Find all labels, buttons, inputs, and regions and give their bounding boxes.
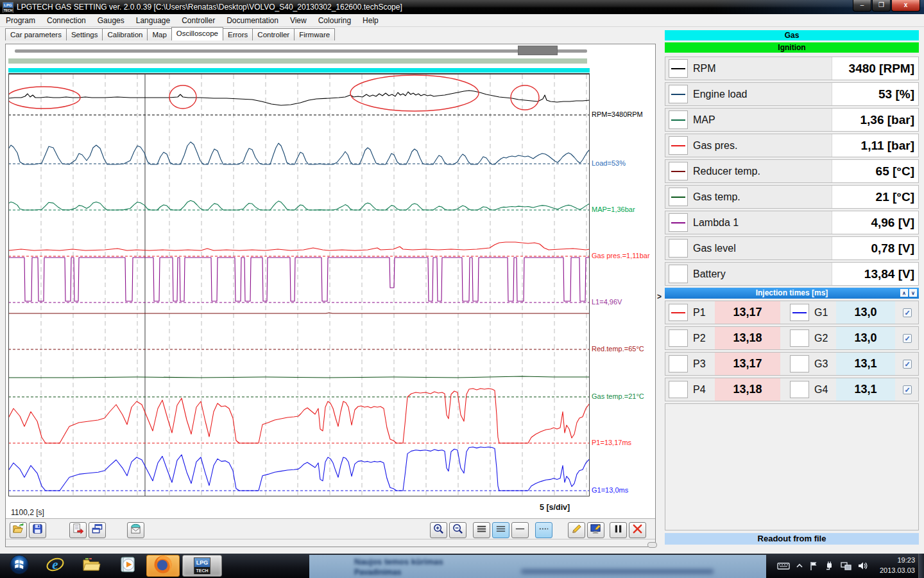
menu-program[interactable]: Program [0,15,41,26]
taskbar-lpgtech-button[interactable]: LPGTECH [182,555,222,577]
cylinder-enabled-checkbox[interactable]: ✓ [903,385,912,394]
menu-gauges[interactable]: Gauges [92,15,130,26]
menu-help[interactable]: Help [357,15,384,26]
screen-edit-button[interactable] [587,522,604,538]
taskbar-internet-explorer-button[interactable]: e [38,555,72,577]
save-file-button[interactable] [29,522,46,538]
open-file-button[interactable] [10,522,27,538]
menu-connection[interactable]: Connection [41,15,92,26]
close-x-button[interactable] [629,522,646,538]
taskbar-clock[interactable]: 19:23 2013.03.03 [870,555,915,575]
save-file-icon [31,523,44,538]
time-scrollbar-handle[interactable] [518,46,558,55]
cylinder-enabled-checkbox[interactable]: ✓ [903,360,912,369]
start-icon [9,554,30,577]
gas-status-banner: Gas [665,30,919,40]
minimize-button[interactable]: – [853,0,871,12]
gauge-label: Reducer temp. [693,166,832,177]
time-position-label: 1100,2 [s] [11,508,44,517]
readout-status-bar: Readout from file [665,533,919,545]
tab-settings[interactable]: Settings [66,28,103,40]
taskbar-firefox-button[interactable] [146,555,180,577]
gas-cylinder-label: G2 [814,333,836,344]
export-report-button[interactable] [69,522,87,538]
zoom-in-button[interactable] [430,522,447,538]
gas-cylinder-label: G1 [814,307,836,319]
tray-keyboard-icon[interactable] [777,561,790,571]
show-desktop-button[interactable] [918,554,924,578]
time-per-division-label: 5 [s/div] [540,503,570,512]
tray-network-icon[interactable] [840,561,851,571]
trace-label-gas_temp: Gas temp.=21°C [592,392,644,400]
zoom-out-icon [452,523,464,538]
gauge-row: MAP1,36 [bar] [665,108,919,132]
menu-documentation[interactable]: Documentation [221,15,284,26]
tab-controller[interactable]: Controller [252,28,295,40]
expand-panel-button[interactable]: > [657,292,662,301]
time-scrollbar-track[interactable] [15,49,587,53]
line-medium-icon [495,523,507,538]
petrol-cylinder-label: P1 [693,307,715,319]
gas-injection-value: 13,0 [836,327,895,349]
menu-language[interactable]: Language [130,15,176,26]
lpgtech-icon: LPGTECH [194,557,210,574]
tab-map[interactable]: Map [147,28,171,40]
gauge-label: Engine load [693,89,832,100]
gauge-value: 13,84 [V] [832,263,918,285]
clock-date: 2013.03.03 [870,565,915,575]
menu-colouring[interactable]: Colouring [312,15,357,26]
clock-time: 19:23 [870,555,915,565]
background-window-blur-bar [521,569,714,574]
tray-chevron-up-icon[interactable] [796,562,803,570]
petrol-injection-value: 13,18 [715,378,780,401]
menu-view[interactable]: View [284,15,312,26]
line-dotted-button[interactable] [535,522,552,538]
cylinder-enabled-checkbox[interactable]: ✓ [903,308,912,317]
taskbar-start-button[interactable] [3,555,36,577]
restore-button[interactable]: ❐ [872,0,891,12]
svg-text:e: e [52,557,58,572]
background-window-title: Naujos temos kūrimas [354,557,443,566]
pencil-button[interactable] [568,522,585,538]
send-mail-button[interactable] [127,522,144,538]
injection-scroll-down-button[interactable]: ∨ [909,289,917,297]
taskbar-windows-explorer-button[interactable] [74,555,108,577]
gauge-label: Gas pres. [693,140,832,152]
panel-toggle-pill[interactable] [647,542,657,548]
tab-firmware[interactable]: Firmware [294,28,335,40]
petrol-color-line [671,312,685,313]
tray-flag-icon[interactable] [809,561,818,571]
close-button[interactable]: x [891,0,920,12]
gas-cylinder-label: G4 [814,384,836,396]
petrol-color-swatch [669,329,688,347]
menu-controller[interactable]: Controller [176,15,221,26]
taskbar-media-player-button[interactable] [110,555,144,577]
petrol-color-swatch [669,381,688,398]
trace-color-line [671,145,685,146]
zoom-out-button[interactable] [449,522,466,538]
tab-car-parameters[interactable]: Car parameters [5,28,67,40]
line-medium-button[interactable] [492,522,509,538]
tab-errors[interactable]: Errors [223,28,253,40]
pause-button[interactable] [610,522,627,538]
cascade-windows-button[interactable] [89,522,106,538]
gauge-row: Battery13,84 [V] [665,262,919,286]
trace-color-line [671,197,685,198]
line-thick-button[interactable] [473,522,490,538]
gas-injection-value: 13,0 [836,301,895,324]
oscilloscope-plot[interactable] [8,68,590,496]
injection-row: P413,18G413,1✓ [665,378,919,401]
line-thin-button[interactable] [511,522,529,538]
parameters-panel: Gas Ignition RPM3480 [RPM]Engine load53 … [665,30,919,551]
petrol-cylinder-label: P4 [693,384,715,396]
tray-power-icon[interactable] [824,561,834,571]
cylinder-enabled-checkbox[interactable]: ✓ [903,334,912,343]
tab-calibration[interactable]: Calibration [102,28,148,40]
menubar: ProgramConnectionGaugesLanguageControlle… [0,14,924,27]
empty-panel-area [665,403,919,530]
injection-scroll-up-button[interactable]: ∧ [900,289,908,297]
trace-color-line [671,94,685,95]
tab-oscilloscope[interactable]: Oscilloscope [171,27,223,40]
trace-label-g1: G1=13,0ms [592,486,628,494]
tray-volume-icon[interactable] [857,561,868,571]
